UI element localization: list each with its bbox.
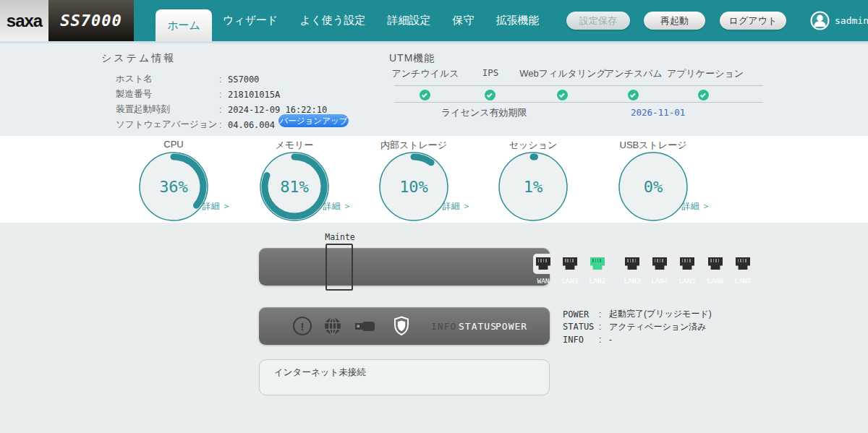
gauge-cpu: CPU 36% 詳細 ＞ [114, 136, 234, 223]
ethernet-port-icon [560, 254, 580, 274]
gauge-value: 36% [137, 150, 210, 223]
port-label: LAN1 [556, 277, 584, 285]
tab-wizard[interactable]: ウィザード [212, 0, 289, 41]
sw-version-value: 04.06.004 [228, 120, 275, 130]
tab-detail-settings[interactable]: 詳細設定 [376, 0, 441, 41]
message-text: インターネット未接続 [274, 367, 366, 377]
check-icon [628, 90, 639, 100]
divider [394, 102, 763, 103]
port-lan7: LAN7 [729, 254, 757, 285]
gauge-usb-storage: USBストレージ 0% 詳細 ＞ [593, 136, 713, 223]
port-lan5: LAN5 [673, 254, 701, 285]
status-row-label: STATUS [563, 322, 599, 332]
alert-icon: ! [293, 317, 312, 335]
storage-detail-link[interactable]: 詳細 ＞ [443, 200, 471, 213]
main-nav: ホーム ウィザード よく使う設定 詳細設定 保守 拡張機能 [156, 0, 550, 41]
port-label: LAN7 [729, 277, 757, 285]
port-lan1: LAN1 [556, 254, 584, 285]
chevron-right-icon: ＞ [222, 201, 231, 211]
status-led-label: STATUS [459, 321, 497, 332]
reboot-button[interactable]: 再起動 [644, 12, 705, 30]
cpu-detail-link[interactable]: 詳細 ＞ [203, 200, 231, 213]
tab-home[interactable]: ホーム [156, 9, 212, 41]
ethernet-port-icon [622, 254, 642, 274]
ethernet-port-icon [733, 254, 753, 274]
gauge-value: 10% [378, 150, 450, 223]
port-label: LAN5 [673, 277, 701, 285]
version-up-button[interactable]: バージョンアップ [278, 114, 349, 127]
gauge-value: 0% [617, 150, 689, 223]
port-wan: WAN [529, 254, 557, 285]
port-lan3: LAN3 [618, 254, 646, 285]
ethernet-port-icon [677, 254, 697, 274]
colon: : [219, 90, 228, 100]
user-avatar-icon [810, 11, 830, 30]
divider [394, 85, 763, 86]
ports-panel: WAN LAN1 LAN2 LAN3 LAN4 LAN5 [259, 248, 550, 286]
port-label: WAN [529, 277, 557, 285]
colon: : [219, 120, 228, 130]
chevron-right-icon: ＞ [343, 201, 352, 211]
chevron-right-icon: ＞ [702, 201, 710, 211]
globe-icon [323, 317, 342, 335]
port-lan4: LAN4 [646, 254, 673, 285]
alert-glyph: ! [301, 320, 305, 333]
row-label: 装置起動時刻 [116, 103, 219, 116]
gauge-sessions: セッション 1% [473, 136, 593, 223]
tab-maintenance[interactable]: 保守 [441, 0, 485, 41]
mainte-port-highlight [326, 244, 353, 291]
tab-extensions[interactable]: 拡張機能 [485, 0, 550, 41]
save-settings-button[interactable]: 設定保存 [566, 12, 630, 30]
logout-button[interactable]: ログアウト [720, 12, 786, 30]
model-text: SS7000 [60, 12, 122, 30]
port-label: LAN4 [646, 277, 673, 285]
colon: : [219, 105, 228, 115]
status-row-label: POWER [563, 309, 599, 320]
gauges-section: CPU 36% 詳細 ＞ メモリー 81% 詳細 ＞ 内部ストレージ 10% [0, 136, 868, 223]
row-label: ソフトウェアバージョン [116, 119, 219, 131]
user-menu[interactable]: sadmin [810, 11, 868, 30]
port-lan2: LAN2 [584, 254, 611, 285]
activation-status-value: アクティベーション済み [609, 321, 707, 333]
colon: : [599, 335, 609, 345]
system-info-title: システム情報 [101, 52, 176, 65]
device-status-list: POWER : 起動完了(ブリッジモード) STATUS : アクティベーション… [563, 308, 712, 346]
top-navbar: saxa SS7000 ホーム ウィザード よく使う設定 詳細設定 保守 拡張機… [0, 0, 868, 41]
info-section: システム情報 ホスト名 : SS7000 製造番号 : 218101015A 装… [0, 41, 868, 136]
indicator-panel: ! INFO STATUS POWER [259, 307, 550, 345]
memory-detail-link[interactable]: 詳細 ＞ [323, 200, 352, 213]
tab-frequent-settings[interactable]: よく使う設定 [289, 0, 376, 41]
ethernet-port-icon [533, 254, 553, 274]
boot-time-value: 2024-12-09 16:22:10 [228, 105, 327, 115]
shield-icon [393, 316, 409, 336]
colon: : [599, 309, 609, 320]
row-label: ホスト名 [116, 73, 219, 85]
license-label: ライセンス有効期限 [441, 106, 527, 119]
serial-value: 218101015A [228, 90, 280, 100]
list-item: POWER : 起動完了(ブリッジモード) [563, 308, 712, 321]
table-row: ホスト名 : SS7000 [116, 72, 327, 87]
gauge-label: CPU [114, 139, 234, 150]
model-logo: SS7000 [48, 0, 134, 41]
table-row: 製造番号 : 218101015A [116, 87, 327, 102]
gauge-memory: メモリー 81% 詳細 ＞ [234, 136, 354, 223]
power-status-value: 起動完了(ブリッジモード) [609, 308, 712, 320]
check-icon [420, 90, 430, 100]
usb-detail-link[interactable]: 詳細 ＞ [682, 200, 710, 213]
status-row-label: INFO [563, 335, 599, 345]
list-item: INFO : - [563, 333, 712, 346]
usb-icon [354, 317, 376, 335]
info-status-value: - [609, 335, 612, 345]
power-led-label: POWER [495, 321, 527, 332]
admin-dashboard: saxa SS7000 ホーム ウィザード よく使う設定 詳細設定 保守 拡張機… [0, 0, 868, 433]
ethernet-port-icon [650, 254, 670, 274]
saxa-logo: saxa [0, 0, 48, 41]
ethernet-port-icon [705, 254, 726, 274]
colon: : [599, 322, 609, 332]
check-icon [557, 90, 568, 100]
check-icon [698, 90, 709, 100]
colon: : [219, 74, 228, 85]
internet-status-message-box: インターネット未接続 [259, 359, 550, 395]
hostname-value: SS7000 [228, 74, 259, 85]
device-section: Mainte WAN LAN1 LAN2 LAN3 LAN4 [0, 223, 868, 433]
